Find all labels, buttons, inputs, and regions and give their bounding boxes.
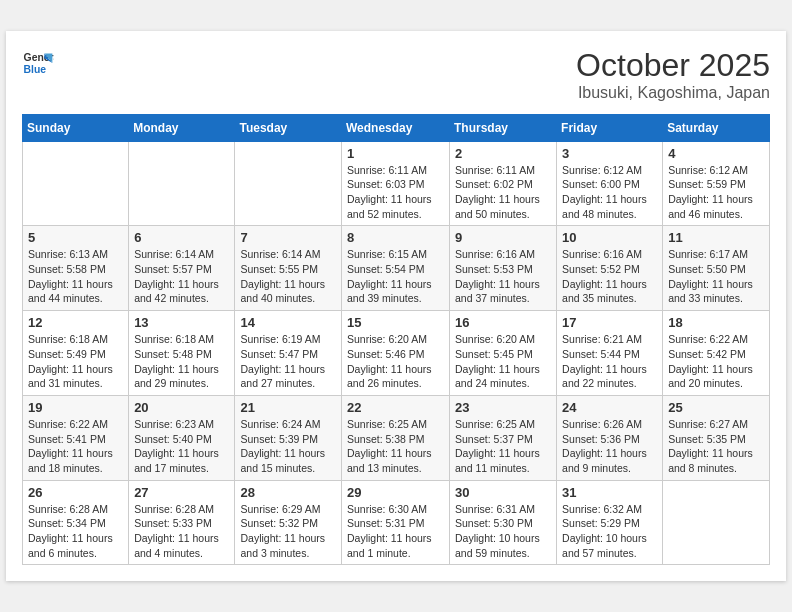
- day-info: Sunrise: 6:26 AM Sunset: 5:36 PM Dayligh…: [562, 417, 657, 476]
- day-number: 17: [562, 315, 657, 330]
- day-number: 7: [240, 230, 336, 245]
- day-cell: 26Sunrise: 6:28 AM Sunset: 5:34 PM Dayli…: [23, 480, 129, 565]
- day-cell: [23, 141, 129, 226]
- day-info: Sunrise: 6:24 AM Sunset: 5:39 PM Dayligh…: [240, 417, 336, 476]
- day-cell: 4Sunrise: 6:12 AM Sunset: 5:59 PM Daylig…: [663, 141, 770, 226]
- day-info: Sunrise: 6:14 AM Sunset: 5:57 PM Dayligh…: [134, 247, 229, 306]
- day-info: Sunrise: 6:27 AM Sunset: 5:35 PM Dayligh…: [668, 417, 764, 476]
- day-cell: [235, 141, 342, 226]
- day-cell: 16Sunrise: 6:20 AM Sunset: 5:45 PM Dayli…: [450, 311, 557, 396]
- day-cell: 24Sunrise: 6:26 AM Sunset: 5:36 PM Dayli…: [557, 395, 663, 480]
- day-cell: 11Sunrise: 6:17 AM Sunset: 5:50 PM Dayli…: [663, 226, 770, 311]
- day-number: 23: [455, 400, 551, 415]
- day-number: 10: [562, 230, 657, 245]
- day-cell: 15Sunrise: 6:20 AM Sunset: 5:46 PM Dayli…: [341, 311, 449, 396]
- weekday-header-monday: Monday: [129, 114, 235, 141]
- day-cell: 27Sunrise: 6:28 AM Sunset: 5:33 PM Dayli…: [129, 480, 235, 565]
- day-number: 24: [562, 400, 657, 415]
- day-info: Sunrise: 6:20 AM Sunset: 5:45 PM Dayligh…: [455, 332, 551, 391]
- calendar-header: General Blue October 2025 Ibusuki, Kagos…: [22, 47, 770, 102]
- day-cell: [663, 480, 770, 565]
- svg-text:Blue: Blue: [24, 63, 47, 74]
- day-info: Sunrise: 6:16 AM Sunset: 5:52 PM Dayligh…: [562, 247, 657, 306]
- day-info: Sunrise: 6:23 AM Sunset: 5:40 PM Dayligh…: [134, 417, 229, 476]
- day-info: Sunrise: 6:16 AM Sunset: 5:53 PM Dayligh…: [455, 247, 551, 306]
- day-info: Sunrise: 6:11 AM Sunset: 6:03 PM Dayligh…: [347, 163, 444, 222]
- day-number: 20: [134, 400, 229, 415]
- day-info: Sunrise: 6:31 AM Sunset: 5:30 PM Dayligh…: [455, 502, 551, 561]
- day-number: 14: [240, 315, 336, 330]
- day-info: Sunrise: 6:29 AM Sunset: 5:32 PM Dayligh…: [240, 502, 336, 561]
- day-info: Sunrise: 6:12 AM Sunset: 5:59 PM Dayligh…: [668, 163, 764, 222]
- day-info: Sunrise: 6:15 AM Sunset: 5:54 PM Dayligh…: [347, 247, 444, 306]
- day-cell: 23Sunrise: 6:25 AM Sunset: 5:37 PM Dayli…: [450, 395, 557, 480]
- day-cell: 19Sunrise: 6:22 AM Sunset: 5:41 PM Dayli…: [23, 395, 129, 480]
- day-number: 31: [562, 485, 657, 500]
- day-cell: 1Sunrise: 6:11 AM Sunset: 6:03 PM Daylig…: [341, 141, 449, 226]
- day-number: 27: [134, 485, 229, 500]
- day-number: 22: [347, 400, 444, 415]
- weekday-header-thursday: Thursday: [450, 114, 557, 141]
- logo-icon: General Blue: [22, 47, 54, 79]
- day-info: Sunrise: 6:30 AM Sunset: 5:31 PM Dayligh…: [347, 502, 444, 561]
- day-cell: 6Sunrise: 6:14 AM Sunset: 5:57 PM Daylig…: [129, 226, 235, 311]
- day-number: 2: [455, 146, 551, 161]
- weekday-header-friday: Friday: [557, 114, 663, 141]
- day-info: Sunrise: 6:13 AM Sunset: 5:58 PM Dayligh…: [28, 247, 123, 306]
- day-info: Sunrise: 6:11 AM Sunset: 6:02 PM Dayligh…: [455, 163, 551, 222]
- day-number: 11: [668, 230, 764, 245]
- day-info: Sunrise: 6:17 AM Sunset: 5:50 PM Dayligh…: [668, 247, 764, 306]
- day-cell: 21Sunrise: 6:24 AM Sunset: 5:39 PM Dayli…: [235, 395, 342, 480]
- day-info: Sunrise: 6:28 AM Sunset: 5:33 PM Dayligh…: [134, 502, 229, 561]
- day-cell: 8Sunrise: 6:15 AM Sunset: 5:54 PM Daylig…: [341, 226, 449, 311]
- weekday-header-wednesday: Wednesday: [341, 114, 449, 141]
- day-info: Sunrise: 6:28 AM Sunset: 5:34 PM Dayligh…: [28, 502, 123, 561]
- day-cell: 3Sunrise: 6:12 AM Sunset: 6:00 PM Daylig…: [557, 141, 663, 226]
- day-cell: 25Sunrise: 6:27 AM Sunset: 5:35 PM Dayli…: [663, 395, 770, 480]
- day-cell: 13Sunrise: 6:18 AM Sunset: 5:48 PM Dayli…: [129, 311, 235, 396]
- day-info: Sunrise: 6:19 AM Sunset: 5:47 PM Dayligh…: [240, 332, 336, 391]
- day-cell: 12Sunrise: 6:18 AM Sunset: 5:49 PM Dayli…: [23, 311, 129, 396]
- day-number: 9: [455, 230, 551, 245]
- day-cell: 18Sunrise: 6:22 AM Sunset: 5:42 PM Dayli…: [663, 311, 770, 396]
- day-number: 15: [347, 315, 444, 330]
- calendar-table: SundayMondayTuesdayWednesdayThursdayFrid…: [22, 114, 770, 566]
- day-cell: 31Sunrise: 6:32 AM Sunset: 5:29 PM Dayli…: [557, 480, 663, 565]
- weekday-header-tuesday: Tuesday: [235, 114, 342, 141]
- day-number: 18: [668, 315, 764, 330]
- day-number: 25: [668, 400, 764, 415]
- day-info: Sunrise: 6:18 AM Sunset: 5:48 PM Dayligh…: [134, 332, 229, 391]
- day-number: 8: [347, 230, 444, 245]
- calendar-wrapper: General Blue October 2025 Ibusuki, Kagos…: [6, 31, 786, 582]
- week-row-2: 5Sunrise: 6:13 AM Sunset: 5:58 PM Daylig…: [23, 226, 770, 311]
- weekday-header-sunday: Sunday: [23, 114, 129, 141]
- week-row-3: 12Sunrise: 6:18 AM Sunset: 5:49 PM Dayli…: [23, 311, 770, 396]
- day-number: 21: [240, 400, 336, 415]
- day-number: 19: [28, 400, 123, 415]
- day-cell: 5Sunrise: 6:13 AM Sunset: 5:58 PM Daylig…: [23, 226, 129, 311]
- day-cell: 7Sunrise: 6:14 AM Sunset: 5:55 PM Daylig…: [235, 226, 342, 311]
- day-info: Sunrise: 6:18 AM Sunset: 5:49 PM Dayligh…: [28, 332, 123, 391]
- weekday-header-saturday: Saturday: [663, 114, 770, 141]
- week-row-1: 1Sunrise: 6:11 AM Sunset: 6:03 PM Daylig…: [23, 141, 770, 226]
- day-number: 16: [455, 315, 551, 330]
- day-cell: 29Sunrise: 6:30 AM Sunset: 5:31 PM Dayli…: [341, 480, 449, 565]
- day-info: Sunrise: 6:22 AM Sunset: 5:41 PM Dayligh…: [28, 417, 123, 476]
- day-info: Sunrise: 6:12 AM Sunset: 6:00 PM Dayligh…: [562, 163, 657, 222]
- day-number: 30: [455, 485, 551, 500]
- day-info: Sunrise: 6:21 AM Sunset: 5:44 PM Dayligh…: [562, 332, 657, 391]
- week-row-4: 19Sunrise: 6:22 AM Sunset: 5:41 PM Dayli…: [23, 395, 770, 480]
- weekday-header-row: SundayMondayTuesdayWednesdayThursdayFrid…: [23, 114, 770, 141]
- day-info: Sunrise: 6:32 AM Sunset: 5:29 PM Dayligh…: [562, 502, 657, 561]
- day-info: Sunrise: 6:20 AM Sunset: 5:46 PM Dayligh…: [347, 332, 444, 391]
- title-block: October 2025 Ibusuki, Kagoshima, Japan: [576, 47, 770, 102]
- week-row-5: 26Sunrise: 6:28 AM Sunset: 5:34 PM Dayli…: [23, 480, 770, 565]
- day-number: 29: [347, 485, 444, 500]
- location-title: Ibusuki, Kagoshima, Japan: [576, 84, 770, 102]
- day-info: Sunrise: 6:25 AM Sunset: 5:38 PM Dayligh…: [347, 417, 444, 476]
- day-number: 5: [28, 230, 123, 245]
- day-cell: 17Sunrise: 6:21 AM Sunset: 5:44 PM Dayli…: [557, 311, 663, 396]
- day-cell: 30Sunrise: 6:31 AM Sunset: 5:30 PM Dayli…: [450, 480, 557, 565]
- day-cell: 10Sunrise: 6:16 AM Sunset: 5:52 PM Dayli…: [557, 226, 663, 311]
- day-cell: 20Sunrise: 6:23 AM Sunset: 5:40 PM Dayli…: [129, 395, 235, 480]
